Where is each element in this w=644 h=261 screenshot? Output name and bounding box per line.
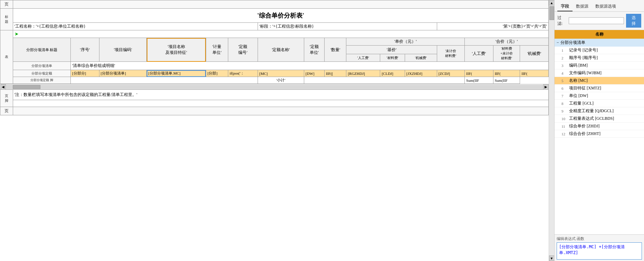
field-label-6: 项目特征 [XMTZ]: [569, 85, 601, 91]
field-item-7[interactable]: 7 单位 [DW]: [555, 92, 644, 100]
field-label-4: 文件编码 [WJBM]: [569, 70, 602, 76]
tab-fields[interactable]: 字段: [557, 2, 573, 11]
col-hejia-header: '合价（元）': [465, 38, 549, 46]
field-item-6[interactable]: 6 项目特征 [XMTZ]: [555, 85, 644, 92]
field-num-12: 12: [561, 132, 569, 136]
section-header-label: 标题: [0, 9, 13, 30]
col-header-row1: 分部分项清单 标题 '序号' '项目编码' '项目名称及项目特征' '计量单位'…: [0, 38, 549, 46]
col-shl-header: '数量': [324, 38, 346, 62]
v-scrollbar[interactable]: ▲ ▼: [549, 0, 554, 261]
field-num-10: 10: [561, 117, 569, 121]
tab-datasource-options[interactable]: 数据源选项: [592, 2, 619, 11]
scroll-right-arrow[interactable]: ▶: [543, 84, 549, 90]
page-footer-empty-row: [0, 100, 549, 107]
field-item-1[interactable]: 1 记录号 [记录号]: [555, 47, 644, 54]
right-panel: 字段 数据源 数据源选项 过滤: 选择 名称 − 分部分项清单: [554, 0, 644, 261]
field-label-11: 综合单价 [ZHDJ]: [569, 123, 599, 129]
expr-panel: 编辑表达式 函数 [分部分项清单.MC] +[分部分项清单.XMTZ]: [555, 234, 644, 261]
section-fenbu-label: 分部分项定额: [13, 70, 70, 77]
expr-box[interactable]: [分部分项清单.MC] +[分部分项清单.XMTZ]: [557, 242, 642, 260]
col-deunit-header: '定额单位': [304, 38, 324, 62]
zcdj-cell: [ZCDJ]: [437, 70, 464, 77]
v-scroll-thumb[interactable]: [549, 6, 554, 20]
filter-row: 过滤: 选择: [555, 12, 644, 30]
iif3-cell: IIF(: [493, 70, 520, 77]
field-label-10: 工程量表达式 [GCLBDS]: [569, 116, 614, 122]
report-area[interactable]: 页 标题 '综合单价分析表' '工程名称：'+{工程信息\单位工程名称}: [0, 0, 549, 261]
field-num-6: 6: [561, 86, 569, 90]
col-bianhao-header: '项目编码': [99, 38, 147, 62]
name-header: 名称: [555, 30, 644, 39]
col-wjcl-header: '未计价材料费': [437, 46, 464, 62]
field-num-8: 8: [561, 102, 569, 106]
hscroll-row: ◀ ▶: [0, 84, 549, 90]
section-footer-label: 分部分项定额 脚: [13, 77, 70, 84]
field-item-4[interactable]: 4 文件编码 [WJBM]: [555, 69, 644, 77]
field-label-5: 名称 [MC]: [569, 78, 588, 84]
field-label-1: 记录号 [记录号]: [569, 47, 598, 53]
section-page-label: 页: [0, 0, 13, 9]
table-arrow-row: 表 ➤: [0, 30, 549, 38]
field-item-10[interactable]: 10 工程量表达式 [GCLBDS]: [555, 115, 644, 123]
field-item-9[interactable]: 9 全精度工程量 [QJDGCL]: [555, 107, 644, 115]
iif1-cell: IIF([: [324, 70, 346, 77]
body-data-row: 分部分项清单 '清单综合单价组成明细': [0, 62, 549, 70]
page-info-field: '第'+{页数}+'页'+'共'+'页': [437, 23, 548, 30]
field-item-12[interactable]: 12 综合合价 [ZHHT]: [555, 130, 644, 138]
jxzhdj-cell: [JXZHDJ]: [405, 70, 437, 77]
col-jlunit-header: '计量单位': [206, 38, 228, 62]
tab-datasource[interactable]: 数据源: [573, 2, 592, 11]
biaoduan-field: '标段：'+{工程信息\标段名称}: [258, 23, 437, 30]
field-list[interactable]: − 分部分项清单 1 记录号 [记录号] 2 顺序号 [顺序号] 3 编码 [B…: [555, 39, 644, 234]
filter-label: 过滤:: [557, 15, 567, 27]
select-button[interactable]: 选择: [626, 14, 641, 28]
fenbu-mc-cell: [分部分项清单]: [99, 70, 147, 77]
green-arrow-icon: ➤: [15, 31, 19, 37]
field-label-2: 顺序号 [顺序号]: [569, 55, 598, 61]
col-xuhao-header: '序号': [70, 38, 99, 62]
field-num-4: 4: [561, 71, 569, 75]
dw-cell: [DW]: [304, 70, 324, 77]
field-num-5: 5: [561, 79, 569, 83]
body-content-cell: '清单综合单价组成明细': [70, 62, 548, 70]
sumiif1-cell: Sum(IIF: [465, 77, 493, 84]
h-scrollbar[interactable]: ◀ ▶: [0, 84, 549, 89]
page-row-top: 页: [0, 0, 549, 9]
ifpos-cell: if(pos('：: [228, 70, 258, 77]
col-demc-header: '定额名称': [258, 38, 304, 62]
field-item-8[interactable]: 8 工程量 [GCL]: [555, 100, 644, 107]
scroll-up-arrow[interactable]: ▲: [549, 0, 555, 6]
right-panel-tabs: 字段 数据源 数据源选项: [555, 0, 644, 12]
field-group-fenbu[interactable]: − 分部分项清单: [555, 39, 644, 47]
xiaoji-cell: '小计': [258, 77, 304, 84]
sumiif2-cell: Sum(IIF: [493, 77, 520, 84]
section-pageend-label: 页: [0, 107, 13, 115]
field-item-11[interactable]: 11 综合单价 [ZHDJ]: [555, 123, 644, 130]
expr-label: 编辑表达式 函数: [557, 236, 642, 241]
col-xmmc-header[interactable]: '项目名称及项目特征': [147, 38, 206, 62]
page-footer-note-row: 页脚 '注：数量栏填写本项清单中所包含的该定额的工程量/清单工程里。': [0, 90, 549, 100]
note-cell: '注：数量栏填写本项清单中所包含的该定额的工程量/清单工程里。': [13, 90, 548, 100]
page-row-bottom: 页: [0, 107, 549, 115]
mc-cell: [MC]: [258, 70, 304, 77]
report-title: '综合单价分析表': [13, 9, 548, 23]
field-item-5[interactable]: 5 名称 [MC]: [555, 77, 644, 85]
header-info-row: '工程名称：'+{工程信息\单位工程名称} '标段：'+{工程信息\标段名称} …: [0, 23, 549, 30]
project-name-field: '工程名称：'+{工程信息\单位工程名称}: [13, 23, 258, 30]
section-body-label: 分部分项清单: [13, 62, 70, 70]
iif4-cell: IIF(: [520, 70, 549, 77]
filter-input[interactable]: [569, 17, 624, 24]
section-table-label: 表: [0, 30, 13, 84]
h-scroll-thumb[interactable]: [13, 85, 40, 89]
fenbu-mc2-cell[interactable]: [分部分项清单.MC]: [147, 70, 206, 77]
rgzhdj-cell: [RGZHDJ]: [346, 70, 380, 77]
field-item-3[interactable]: 3 编码 [BM]: [555, 62, 644, 69]
scroll-down-arrow[interactable]: ▼: [549, 255, 555, 261]
field-item-2[interactable]: 2 顺序号 [顺序号]: [555, 54, 644, 62]
field-label-9: 全精度工程量 [QJDGCL]: [569, 108, 614, 114]
h-scroll-track[interactable]: [6, 85, 543, 89]
footer-data-row: 分部分项定额 脚 '小计' Sum(IIF Sum(IIF: [0, 77, 549, 84]
iif2-cell: IIF(: [465, 70, 493, 77]
scroll-left-arrow[interactable]: ◀: [0, 84, 6, 90]
field-num-9: 9: [561, 109, 569, 113]
